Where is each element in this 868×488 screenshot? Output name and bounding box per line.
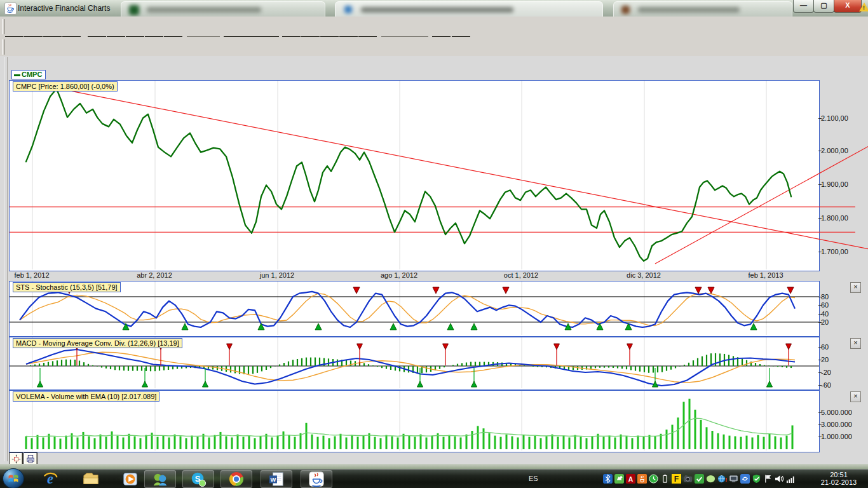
messenger-status-tray-icon[interactable] (705, 473, 715, 484)
y-axis-tick (818, 118, 822, 119)
internet-explorer-taskbar-icon[interactable]: e (41, 471, 60, 487)
background-browser-tab (613, 1, 792, 18)
y-axis-label: 60 (821, 343, 867, 351)
printer-icon (25, 454, 36, 464)
sync-tray-icon[interactable] (740, 473, 750, 484)
antivirus-tray-icon[interactable] (751, 473, 761, 484)
java-taskbar-button[interactable] (301, 470, 332, 488)
y-axis-label: -20 (821, 369, 867, 376)
y-axis-label: 5.000.000 (821, 409, 867, 416)
chrome-icon (229, 472, 243, 486)
y-axis-tick (818, 360, 822, 360)
x-axis-label: dic 3, 2012 (615, 271, 672, 279)
y-axis-label: 3.000.000 (821, 421, 867, 428)
y-axis-label: 20 (821, 356, 867, 363)
window-title: Interactive Financial Charts (18, 4, 110, 13)
price-info-label: CMPC [Price: 1.860,00] (-0,0%) (13, 81, 118, 92)
bluetooth-tray-icon[interactable] (602, 473, 613, 484)
chrome-taskbar-button[interactable] (220, 470, 252, 488)
stochastic-chart (10, 281, 819, 335)
network-alert-tray-icon[interactable]: ! (717, 473, 727, 484)
maximize-button[interactable]: ▢ (813, 0, 834, 13)
windows-flag-icon (7, 472, 20, 485)
taskbar-clock[interactable]: 20:51 21-02-2013 (812, 471, 865, 486)
pointer-mode-button[interactable] (9, 452, 23, 465)
volume-title-label: VOLEMA - Volume with EMA (10) [2.017.089… (13, 391, 159, 402)
y-axis-label: 40 (821, 310, 867, 318)
y-axis-tick (818, 151, 822, 151)
y-axis-tick (818, 297, 822, 297)
windows-explorer-taskbar-icon[interactable] (81, 471, 100, 487)
x-axis-label: ago 1, 2012 (370, 271, 428, 279)
crosshair-icon (11, 454, 22, 464)
adobe-reader-tray-icon[interactable]: A (625, 473, 635, 484)
stochastic-title-label: STS - Stochastic (15,3,5) [51,79] (13, 282, 121, 292)
svg-text:A: A (628, 475, 633, 482)
toolbar-grip[interactable] (2, 19, 5, 34)
close-volume-button[interactable]: × (850, 391, 861, 402)
dropbox-tray-icon[interactable] (694, 473, 704, 484)
y-axis-label: 1.000.000 (821, 433, 867, 440)
close-button[interactable]: X (834, 0, 862, 13)
skype-taskbar-button[interactable]: S (182, 470, 214, 488)
network-signal-tray-icon[interactable] (785, 473, 796, 484)
media-player-taskbar-icon[interactable] (121, 471, 140, 487)
desktop-wallpaper-strip (0, 464, 868, 469)
price-legend: CMPC (11, 70, 46, 79)
y-axis-tick (818, 305, 822, 306)
print-page-button[interactable] (24, 452, 37, 465)
price-chart (10, 81, 819, 269)
warning-icon: ! (859, 3, 868, 11)
display-tray-icon[interactable] (728, 473, 738, 484)
y-axis-label: 1.700,00 (821, 248, 867, 255)
x-axis-label: oct 1, 2012 (492, 271, 550, 279)
action-center-flag-tray-icon[interactable] (763, 473, 773, 484)
camera-tray-icon[interactable] (682, 473, 693, 484)
x-axis-label: abr 2, 2012 (126, 271, 183, 279)
volume-tray-icon[interactable] (774, 473, 784, 484)
chart-area-gutter (4, 57, 8, 461)
word-taskbar-button[interactable]: W (261, 470, 292, 488)
battery-tray-icon[interactable] (660, 473, 670, 484)
svg-text:W: W (271, 477, 276, 483)
y-axis-label: 2.100,00 (821, 114, 867, 122)
taskbar-highlight (0, 469, 868, 470)
start-button[interactable] (3, 468, 24, 488)
y-axis-tick (818, 424, 822, 425)
scheduler-tray-icon[interactable] (648, 473, 658, 484)
f-secure-tray-icon[interactable]: F (671, 473, 681, 484)
language-indicator[interactable]: ES (529, 475, 538, 482)
background-browser-tab (121, 1, 325, 18)
legend-symbol: CMPC (22, 71, 42, 78)
y-axis-label: 80 (821, 293, 867, 301)
toolbar-grip[interactable] (2, 39, 5, 55)
y-axis-label: 20 (821, 318, 867, 326)
y-axis-tick (818, 184, 822, 185)
y-axis-tick (818, 347, 822, 348)
y-axis-tick (818, 372, 822, 373)
pending-install-tray-icon[interactable] (614, 473, 624, 484)
clock-time: 20:51 (812, 471, 865, 478)
java-app-icon (4, 3, 17, 15)
messenger-taskbar-button[interactable] (144, 470, 176, 488)
y-axis-label: 2.000,00 (821, 147, 867, 154)
close-stochastic-button[interactable]: × (850, 282, 861, 293)
x-axis-label: feb 1, 2013 (737, 271, 794, 279)
svg-text:!: ! (725, 477, 727, 483)
macd-title-label: MACD - Moving Average Conv. Div. (12,26,… (13, 338, 182, 348)
y-axis-tick (818, 314, 822, 315)
y-axis-tick (818, 412, 822, 413)
y-axis-tick (818, 437, 822, 437)
x-axis-label: feb 1, 2012 (3, 271, 60, 279)
y-axis-tick (818, 218, 822, 219)
main-toolbar: «»▼LOG=LOG≠LIN=LIN≠%=Daily▼ (0, 17, 868, 37)
legend-line-swatch (14, 74, 20, 76)
minimize-button[interactable]: — (793, 0, 814, 13)
y-axis-label: 60 (821, 301, 867, 309)
background-browser-tab (335, 1, 603, 18)
y-axis-tick (818, 252, 822, 252)
clock-date: 21-02-2013 (812, 478, 865, 486)
window-title-bar[interactable]: Interactive Financial Charts — ▢ X ! (0, 0, 868, 17)
y-axis-tick (818, 385, 822, 386)
java-update-tray-icon[interactable] (637, 473, 647, 484)
